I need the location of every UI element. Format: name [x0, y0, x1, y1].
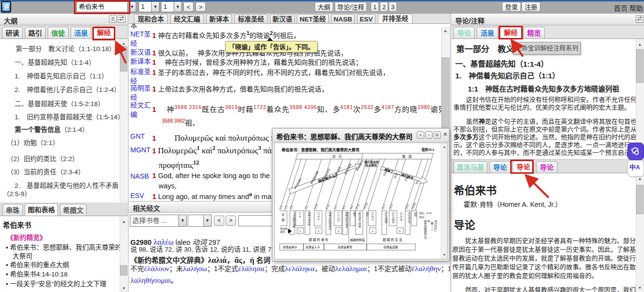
svg-text:训 示: 训 示: [332, 155, 342, 159]
svg-text:新约: 新约: [353, 212, 356, 217]
svg-text:信心的操练: 信心的操练: [392, 212, 395, 223]
svg-text:部分: 部分: [280, 230, 285, 234]
svg-text:基督是神子: 基督是神子: [283, 245, 297, 249]
svg-text:9:13: 9:13: [355, 203, 360, 209]
svg-text:希伯来书：思想耶稣、我们高天尊荣的大祭司: 希伯来书：思想耶稣、我们高天尊荣的大祭司: [282, 147, 359, 152]
svg-text:基督是道路: 基督是道路: [383, 245, 398, 249]
svg-text:美: 美: [427, 220, 430, 222]
svg-text:5:11: 5:11: [325, 204, 330, 210]
svg-text:9:1: 9:1: [350, 205, 354, 210]
svg-text:信心的工作: 信心的工作: [408, 212, 411, 223]
svg-text:5: 5: [399, 230, 401, 233]
svg-text:2: 2: [318, 230, 320, 233]
svg-text:基督是人子: 基督是人子: [305, 245, 320, 249]
svg-text:题: 题: [282, 219, 285, 222]
svg-text:1: 1: [300, 230, 301, 233]
svg-text:结语: 结语: [414, 212, 417, 217]
svg-text:4: 4: [372, 230, 374, 233]
svg-text:11:1: 11:1: [381, 204, 386, 210]
svg-text:4:14: 4:14: [314, 203, 319, 209]
svg-text:信心的榜样: 信心的榜样: [384, 212, 388, 223]
svg-text:图表19.1: 图表19.1: [422, 147, 434, 152]
svg-text:的大祭司: 的大祭司: [365, 164, 377, 167]
svg-text:5:11-6:20: 5:11-6:20: [337, 212, 340, 222]
svg-text:3:1: 3:1: [304, 205, 309, 210]
svg-text:我们有这样: 我们有这样: [364, 160, 379, 164]
svg-text:12:3: 12:3: [389, 203, 394, 209]
svg-text:耶稣永远超过亚伦: 耶稣永远超过亚伦: [328, 212, 332, 230]
svg-text:1:4: 1:4: [284, 205, 288, 210]
svg-text:12:25-29: 12:25-29: [400, 212, 402, 221]
svg-text:3:7-4:13: 3:7-4:13: [317, 212, 320, 220]
svg-text:平均交适上: 平均交适上: [434, 220, 437, 232]
svg-text:超 越 的 生 活: 超 越 的 生 活: [383, 237, 402, 242]
svg-text:10:26-31: 10:26-31: [371, 212, 374, 221]
svg-text:基督是祭司: 基督是祭司: [338, 245, 352, 249]
svg-text:钥字：: 钥字：: [419, 216, 427, 219]
svg-text:1:1: 1:1: [279, 205, 283, 210]
svg-text:（献——）: （献——）: [430, 220, 434, 232]
svg-text:10:19: 10:19: [363, 202, 369, 209]
svg-text:13:22: 13:22: [411, 202, 417, 209]
svg-text:人子远超过天使: 人子远超过天使: [292, 212, 296, 228]
svg-text:热心: 热心: [366, 212, 369, 217]
svg-text:耶稣永远为祭司: 耶稣永远为祭司: [345, 212, 348, 228]
svg-text:新约祭礼与耶稣: 新约祭礼与耶稣: [358, 212, 361, 228]
svg-text:超越的制度: 超越的制度: [350, 238, 365, 242]
svg-text:超 越 的 身 份: 超 越 的 身 份: [309, 237, 328, 242]
svg-text:勉 励: 勉 励: [402, 154, 412, 159]
svg-text:2:1-4: 2:1-4: [299, 212, 301, 218]
svg-text:2:5: 2:5: [289, 205, 294, 210]
svg-text:3: 3: [338, 230, 340, 233]
svg-text:钥节：4:14: 钥节：4:14: [419, 212, 431, 215]
svg-text:耶稣为祭司者: 耶稣为祭司者: [307, 212, 311, 226]
svg-text:要越发靠耶稣大的: 要越发靠耶稣大的: [424, 220, 427, 239]
svg-text:13:1: 13:1: [405, 203, 410, 209]
svg-text:7:1: 7:1: [334, 205, 338, 210]
svg-text:主: 主: [282, 213, 285, 216]
svg-text:8:1: 8:1: [342, 205, 346, 210]
